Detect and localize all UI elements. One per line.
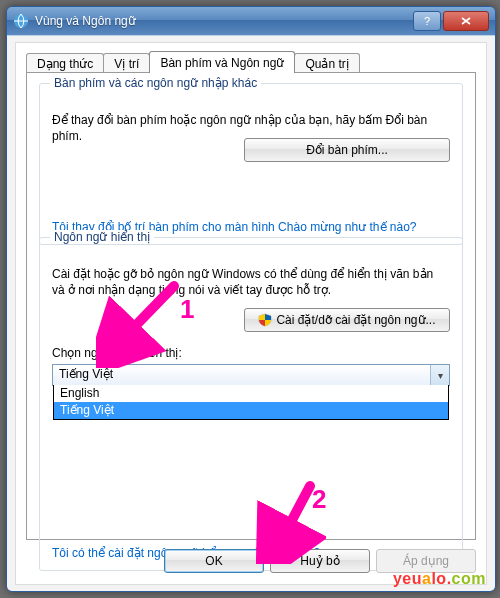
client-area: Dạng thức Vị trí Bàn phím và Ngôn ngữ Qu…: [7, 35, 495, 591]
close-button[interactable]: [443, 11, 489, 31]
change-keyboards-button[interactable]: Đổi bàn phím...: [244, 138, 450, 162]
install-uninstall-languages-label: Cài đặt/dỡ cài đặt ngôn ngữ...: [276, 313, 435, 327]
window-title: Vùng và Ngôn ngữ: [35, 14, 411, 28]
help-button[interactable]: ?: [413, 11, 441, 31]
group-display-language-legend: Ngôn ngữ hiển thị: [50, 230, 154, 244]
display-language-selected: Tiếng Việt: [59, 367, 113, 381]
app-icon: [13, 13, 29, 29]
chevron-down-icon[interactable]: ▾: [430, 365, 449, 385]
display-language-label: Chọn ngôn ngữ hiển thị:: [52, 346, 182, 360]
install-uninstall-languages-button[interactable]: Cài đặt/dỡ cài đặt ngôn ngữ...: [244, 308, 450, 332]
cancel-button[interactable]: Huỷ bỏ: [270, 549, 370, 573]
group-keyboards: Bàn phím và các ngôn ngữ nhập khác Để th…: [39, 83, 463, 245]
titlebar[interactable]: Vùng và Ngôn ngữ ?: [7, 7, 495, 35]
tab-location[interactable]: Vị trí: [103, 53, 150, 74]
ok-button[interactable]: OK: [164, 549, 264, 573]
display-language-dropdown: English Tiếng Việt: [53, 385, 449, 420]
tabpage-keyboards-languages: Bàn phím và các ngôn ngữ nhập khác Để th…: [26, 72, 476, 540]
tab-formats[interactable]: Dạng thức: [26, 53, 104, 74]
display-language-combo[interactable]: Tiếng Việt ▾ English Tiếng Việt: [52, 364, 450, 386]
tab-keyboards-languages[interactable]: Bàn phím và Ngôn ngữ: [149, 51, 295, 73]
tabstrip: Dạng thức Vị trí Bàn phím và Ngôn ngữ Qu…: [26, 51, 359, 73]
shield-icon: [258, 313, 272, 327]
option-english[interactable]: English: [54, 385, 448, 402]
group-display-language: Ngôn ngữ hiển thị Cài đặt hoặc gỡ bỏ ngô…: [39, 237, 463, 571]
dialog-window: Vùng và Ngôn ngữ ? Dạng thức Vị trí Bàn …: [6, 6, 496, 592]
option-tieng-viet[interactable]: Tiếng Việt: [54, 402, 448, 419]
tab-administrative[interactable]: Quản trị: [294, 53, 359, 74]
change-keyboards-label: Đổi bàn phím...: [306, 143, 388, 157]
group-display-language-desc: Cài đặt hoặc gỡ bỏ ngôn ngữ Windows có t…: [52, 266, 450, 298]
group-keyboards-legend: Bàn phím và các ngôn ngữ nhập khác: [50, 76, 261, 90]
watermark: yeualo.com: [393, 570, 486, 588]
